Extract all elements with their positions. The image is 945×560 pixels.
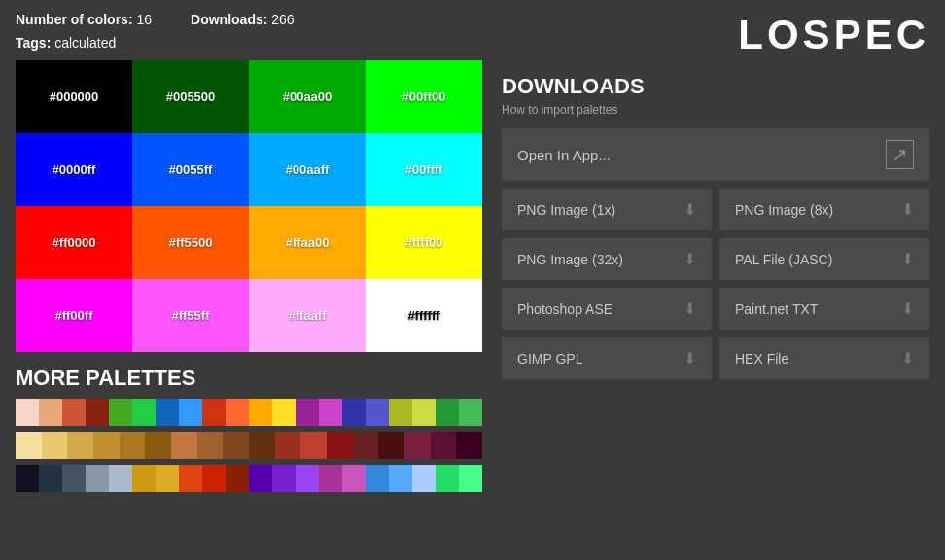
color-cell[interactable]: #ffaa00 [249, 206, 366, 279]
palette-swatch [412, 399, 436, 426]
download-arrow-icon [901, 200, 914, 219]
palette-swatch [86, 399, 109, 426]
palette-swatch [86, 465, 109, 492]
download-gimp-gpl-label: GIMP GPL [517, 351, 582, 367]
download-arrow-icon [683, 200, 696, 219]
palette-swatch [62, 399, 86, 426]
download-png-32x-button[interactable]: PNG Image (32x) [502, 238, 712, 280]
download-grid: PNG Image (1x)PNG Image (8x)PNG Image (3… [502, 189, 929, 379]
download-png-8x-label: PNG Image (8x) [735, 202, 833, 218]
color-cell[interactable]: #005500 [132, 60, 249, 133]
num-colors-value: 16 [136, 12, 152, 27]
num-colors-label: Number of colors: [16, 12, 133, 27]
logo: LOSPEC [738, 12, 929, 58]
palette-swatch [378, 432, 404, 459]
download-paintnet-txt-button[interactable]: Paint.net TXT [719, 288, 929, 330]
download-png-32x-label: PNG Image (32x) [517, 252, 623, 267]
palette-swatch [319, 465, 342, 492]
more-palettes-title: MORE PALETTES [16, 366, 482, 391]
palette-swatch [226, 399, 249, 426]
color-cell[interactable]: #ffffff [366, 279, 482, 352]
palette-swatch [156, 399, 179, 426]
download-hex-file-button[interactable]: HEX File [719, 337, 929, 379]
palette-swatch [132, 399, 156, 426]
open-in-app-label: Open In App... [517, 147, 611, 163]
palette-swatch [120, 432, 146, 459]
downloads-subtitle: How to import palettes [502, 103, 929, 117]
color-cell[interactable]: #0055ff [132, 133, 249, 206]
color-cell[interactable]: #ff55ff [132, 279, 249, 352]
color-cell[interactable]: #ffff00 [366, 206, 482, 279]
download-png-1x-label: PNG Image (1x) [517, 202, 615, 218]
color-cell[interactable]: #00ffff [366, 133, 482, 206]
color-cell[interactable]: #ff0000 [16, 206, 132, 279]
palette-swatch [272, 465, 296, 492]
download-arrow-icon [901, 299, 914, 318]
tags-label: Tags: [16, 35, 51, 51]
palette-swatch [296, 465, 319, 492]
palette-swatch [179, 465, 202, 492]
external-link-icon [886, 140, 914, 169]
palette-swatch [296, 399, 319, 426]
palette-swatch [366, 399, 389, 426]
color-grid: #000000#005500#00aa00#00ff00#0000ff#0055… [16, 60, 482, 352]
download-arrow-icon [901, 349, 914, 368]
palette-swatch [197, 432, 224, 459]
palette-swatch [412, 465, 436, 492]
palette-swatch [300, 432, 327, 459]
palette-swatch [171, 432, 197, 459]
palette-swatch [389, 465, 412, 492]
color-cell[interactable]: #00aaff [249, 133, 366, 206]
color-cell[interactable]: #0000ff [16, 133, 132, 206]
palette-swatch [459, 399, 482, 426]
open-in-app-button[interactable]: Open In App... [502, 128, 929, 181]
color-cell[interactable]: #000000 [16, 60, 132, 133]
palette-swatch [249, 399, 272, 426]
palette-swatch [109, 465, 132, 492]
palette-row-3[interactable] [16, 465, 482, 492]
download-pal-jasc-label: PAL File (JASC) [735, 252, 832, 267]
palette-swatch [226, 465, 249, 492]
palette-swatch [93, 432, 120, 459]
palette-row-1[interactable] [16, 399, 482, 426]
download-png-1x-button[interactable]: PNG Image (1x) [502, 189, 712, 230]
download-gimp-gpl-button[interactable]: GIMP GPL [502, 337, 712, 379]
downloads-value: 266 [271, 12, 294, 27]
color-cell[interactable]: #00aa00 [249, 60, 366, 133]
color-cell[interactable]: #ffaaff [249, 279, 366, 352]
downloads-title: DOWNLOADS [502, 74, 929, 99]
palette-swatch [16, 465, 39, 492]
download-photoshop-ase-button[interactable]: Photoshop ASE [502, 288, 712, 330]
color-cell[interactable]: #00ff00 [366, 60, 482, 133]
palette-swatch [342, 399, 366, 426]
palette-swatch [389, 399, 412, 426]
palette-swatch [109, 399, 132, 426]
palette-swatch [249, 465, 272, 492]
palette-swatch [16, 399, 39, 426]
palette-swatch [275, 432, 301, 459]
download-arrow-icon [683, 299, 696, 318]
palette-swatch [39, 465, 62, 492]
download-arrow-icon [901, 250, 914, 268]
palette-swatch [404, 432, 431, 459]
palette-swatch [249, 432, 275, 459]
palette-swatch [16, 432, 42, 459]
palette-swatch [319, 399, 342, 426]
palette-swatch [272, 399, 296, 426]
palette-swatch [436, 399, 459, 426]
palette-swatch [223, 432, 249, 459]
download-hex-file-label: HEX File [735, 351, 788, 367]
palette-swatch [62, 465, 86, 492]
palette-swatch [42, 432, 68, 459]
palette-row-2[interactable] [16, 432, 482, 459]
palette-swatch [327, 432, 353, 459]
palette-swatch [202, 399, 226, 426]
color-cell[interactable]: #ff5500 [132, 206, 249, 279]
palette-swatch [132, 465, 156, 492]
download-pal-jasc-button[interactable]: PAL File (JASC) [719, 238, 929, 280]
download-png-8x-button[interactable]: PNG Image (8x) [719, 189, 929, 230]
palette-swatch [39, 399, 62, 426]
color-cell[interactable]: #ff00ff [16, 279, 132, 352]
palette-swatch [353, 432, 379, 459]
download-photoshop-ase-label: Photoshop ASE [517, 301, 612, 317]
